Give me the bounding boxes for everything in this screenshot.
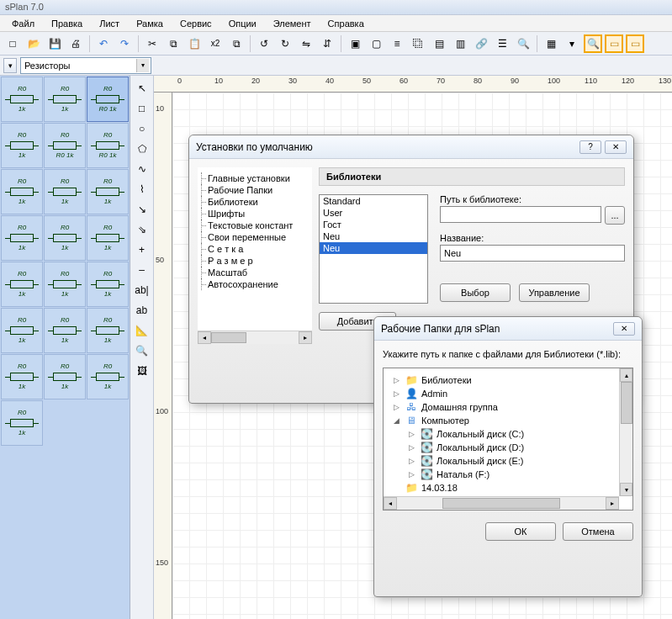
tree-item[interactable]: Текстовые констант — [201, 220, 309, 231]
menu-file[interactable]: Файл — [3, 17, 43, 30]
tool-button-13[interactable]: 🔍 — [133, 341, 151, 360]
tree-item[interactable]: Главные установки — [201, 172, 309, 184]
manage-button[interactable]: Управление — [519, 283, 590, 302]
tree-item[interactable]: Р а з м е р — [201, 255, 309, 267]
palette-item[interactable]: R01k — [44, 308, 86, 353]
tool-button-3[interactable]: ⬠ — [133, 140, 151, 158]
scroll-left-icon[interactable]: ◂ — [384, 497, 397, 510]
palette-item[interactable]: R01k — [1, 262, 43, 307]
list-item[interactable]: Гост — [320, 219, 427, 230]
palette-item[interactable]: R01k — [44, 262, 86, 307]
folder-node[interactable]: ▷📁Библиотеки — [389, 373, 627, 387]
menu-service[interactable]: Сервис — [172, 17, 220, 30]
list-item[interactable]: User — [320, 207, 427, 219]
folder-node[interactable]: ▷👤Admin — [389, 387, 627, 400]
scroll-thumb[interactable] — [621, 382, 632, 424]
palette-item[interactable]: R01k — [87, 262, 129, 307]
palette-item[interactable]: R01k — [44, 354, 86, 399]
rotate-right-button[interactable]: ↻ — [276, 34, 294, 53]
tool-button-4[interactable]: ∿ — [133, 160, 151, 178]
tree-item[interactable]: Шрифты — [201, 208, 309, 220]
expand-icon[interactable]: ▷ — [407, 443, 416, 452]
palette-item[interactable]: R01k — [87, 354, 129, 399]
scroll-up-icon[interactable]: ▴ — [620, 368, 632, 382]
palette-item[interactable]: R01k — [1, 123, 43, 168]
palette-item[interactable]: R01k — [1, 400, 43, 446]
browse-button[interactable]: ... — [605, 206, 625, 225]
help-button[interactable]: ? — [579, 140, 601, 154]
save-button[interactable]: 💾 — [45, 34, 64, 53]
tool-button-9[interactable]: – — [133, 261, 151, 279]
x2-button[interactable]: x2 — [206, 34, 225, 53]
folder-node[interactable]: ▷🖧Домашняя группа — [389, 400, 627, 414]
scroll-thumb[interactable] — [211, 332, 246, 343]
ungroup-button[interactable]: ▢ — [367, 34, 385, 53]
link-button[interactable]: 🔗 — [472, 34, 490, 53]
tree-item[interactable]: Автосохранение — [201, 278, 309, 290]
palette-item[interactable]: R01k — [87, 169, 129, 214]
tree-item[interactable]: Рабочие Папки — [201, 184, 309, 196]
find-button[interactable]: 🔍 — [514, 34, 532, 53]
expand-icon[interactable]: ▷ — [392, 376, 401, 385]
scroll-down-icon[interactable]: ▾ — [620, 483, 632, 496]
tool-button-5[interactable]: ⌇ — [133, 180, 151, 198]
new-button[interactable]: □ — [3, 34, 22, 53]
folder-tree[interactable]: ▷📁Библиотеки▷👤Admin▷🖧Домашняя группа◢🖥Ко… — [383, 368, 633, 511]
folder-node[interactable]: ▷💽Локальный диск (E:) — [389, 454, 627, 468]
palette-item[interactable]: R01k — [1, 215, 43, 261]
list-item[interactable]: Neu — [320, 230, 427, 242]
palette-item[interactable]: R01k — [87, 308, 129, 353]
copy-button[interactable]: ⧉ — [164, 34, 183, 53]
palette-item[interactable]: R01k — [1, 308, 43, 353]
palette-item[interactable]: R01k — [44, 77, 86, 122]
folder-dialog-titlebar[interactable]: Рабочие Папки для sPlan ✕ — [374, 317, 642, 341]
library-list[interactable]: StandardUserГостNeuNeu — [319, 194, 428, 304]
opt-button[interactable]: ▾ — [563, 34, 581, 53]
tool-button-12[interactable]: 📐 — [133, 321, 151, 340]
fit-button[interactable]: ▭ — [626, 34, 644, 53]
menu-frame[interactable]: Рамка — [128, 17, 172, 30]
rotate-left-button[interactable]: ↺ — [255, 34, 273, 53]
tool-button-1[interactable]: □ — [133, 99, 151, 118]
name-input[interactable]: Neu — [440, 245, 625, 262]
dup-button[interactable]: ⿻ — [409, 34, 427, 53]
close-button[interactable]: ✕ — [605, 140, 627, 154]
expand-icon[interactable]: ▷ — [392, 403, 401, 412]
tool-button-2[interactable]: ○ — [133, 119, 151, 138]
paste-button[interactable]: 📋 — [185, 34, 204, 53]
palette-item[interactable]: R01k — [87, 215, 129, 261]
tool-button-7[interactable]: ⇘ — [133, 220, 151, 239]
vscrollbar[interactable]: ▴ ▾ — [619, 368, 632, 496]
flip-h-button[interactable]: ⇋ — [297, 34, 315, 53]
folder-node[interactable]: ▷💽Локальный диск (D:) — [389, 441, 627, 454]
expand-icon[interactable]: ▷ — [407, 470, 416, 479]
menu-element[interactable]: Элемент — [265, 17, 320, 30]
menu-edit[interactable]: Правка — [43, 17, 91, 30]
path-input[interactable] — [440, 206, 601, 223]
cut-button[interactable]: ✂ — [143, 34, 161, 53]
hscrollbar[interactable]: ◂ ▸ — [384, 496, 619, 510]
menu-help[interactable]: Справка — [320, 17, 373, 30]
expand-icon[interactable] — [392, 484, 401, 493]
expand-icon[interactable]: ▷ — [392, 389, 401, 399]
doc-button[interactable]: ▭ — [605, 34, 623, 53]
palette-item[interactable]: R01k — [1, 354, 43, 399]
lock-button[interactable]: ▤ — [430, 34, 448, 53]
settings-tree[interactable]: Главные установкиРабочие ПапкиБиблиотеки… — [198, 167, 312, 344]
tree-item[interactable]: Масштаб — [201, 267, 309, 278]
tool-button-10[interactable]: ab| — [133, 281, 151, 299]
scroll-left-icon[interactable]: ◂ — [198, 331, 211, 344]
scroll-thumb[interactable] — [442, 498, 560, 509]
tree-hscrollbar[interactable]: ◂ ▸ — [198, 331, 312, 344]
cancel-button[interactable]: Отмена — [563, 522, 633, 541]
group-button[interactable]: ▣ — [346, 34, 364, 53]
tree-item[interactable]: Библиотеки — [201, 196, 309, 208]
flip-v-button[interactable]: ⇵ — [318, 34, 336, 53]
library-combo[interactable]: Резисторы ▾ — [20, 57, 151, 74]
folder-node[interactable]: ◢🖥Компьютер — [389, 414, 627, 427]
undo-button[interactable]: ↶ — [94, 34, 113, 53]
expand-icon[interactable]: ▷ — [407, 430, 416, 439]
lib-button[interactable]: ▥ — [451, 34, 469, 53]
folder-node[interactable]: ▷💽Локальный диск (C:) — [389, 427, 627, 441]
align-button[interactable]: ≡ — [388, 34, 406, 53]
